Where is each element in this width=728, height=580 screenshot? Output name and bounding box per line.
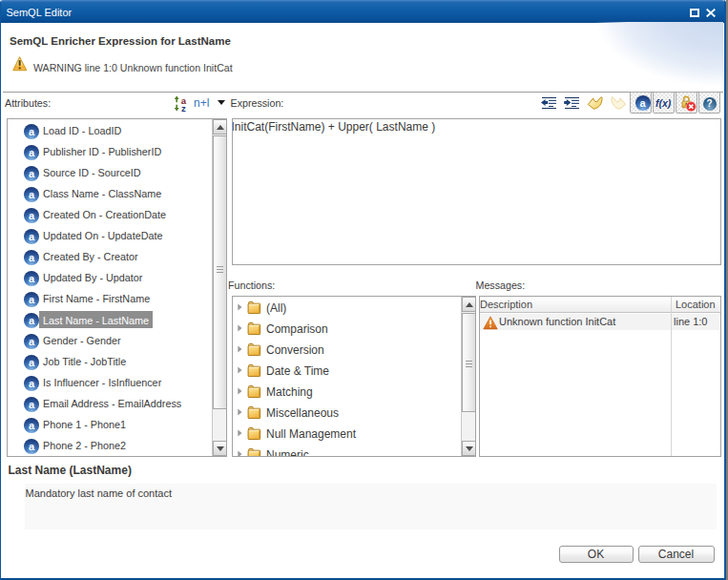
svg-text:z: z bbox=[181, 103, 186, 112]
svg-text:f(x): f(x) bbox=[655, 97, 672, 109]
